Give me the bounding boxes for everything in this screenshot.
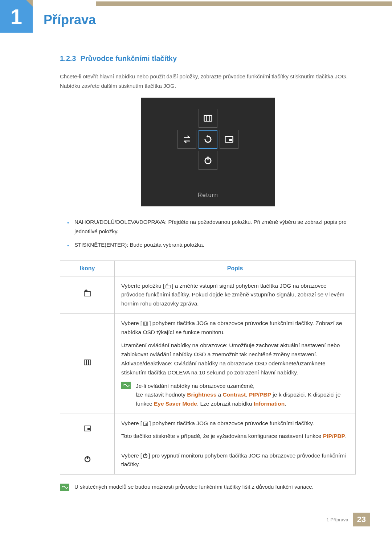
power-icon [60, 446, 115, 475]
row-power-desc: Vybere [] pro vypnutí monitoru pohybem t… [115, 446, 356, 475]
bottom-note-text: U skutečných modelů se budou možnosti pr… [74, 484, 314, 491]
table-row: Vybere [] pohybem tlačítka JOG na obrazo… [60, 414, 356, 446]
table-row: Vybere [] pohybem tlačítka JOG na obrazo… [60, 313, 356, 414]
power-icon [199, 151, 217, 170]
swap-icon [177, 130, 196, 149]
table-row: Vybere [] pro vypnutí monitoru pohybem t… [60, 446, 356, 475]
description-table: Ikony Popis Vyberte položku [] a změňte … [60, 260, 356, 475]
source-icon [60, 276, 115, 313]
pip-icon [220, 130, 238, 149]
note-icon [60, 484, 69, 491]
row-pip-desc: Vybere [] pohybem tlačítka JOG na obrazo… [115, 414, 356, 446]
table-header-icons: Ikony [60, 260, 115, 276]
footer-page-number: 23 [353, 513, 370, 526]
section-title: Průvodce funkčními tlačítky [80, 54, 177, 62]
section-number: 1.2.3 [60, 54, 76, 62]
intro-text: Chcete-li otevřít hlavní nabídku nebo po… [60, 72, 356, 90]
row-source-desc: Vyberte položku [] a změňte vstupní sign… [115, 276, 356, 313]
list-item: STISKNĚTE(ENTER): Bude použita vybraná p… [67, 240, 356, 250]
bottom-note: U skutečných modelů se budou možnosti pr… [60, 484, 356, 491]
menu-icon [199, 109, 217, 128]
header-stripe [96, 1, 392, 6]
section-heading: 1.2.3Průvodce funkčními tlačítky [60, 54, 356, 63]
bullet-list: NAHORU/DOLŮ/DOLEVA/DOPRAVA: Přejděte na … [60, 217, 356, 250]
footer-chapter: 1 Příprava [327, 517, 348, 522]
chapter-number-box: 1 [0, 0, 33, 33]
return-icon [199, 130, 217, 149]
table-header-desc: Popis [115, 260, 356, 276]
page-footer: 1 Příprava 23 [0, 502, 392, 541]
pip-icon [60, 414, 115, 446]
menu-icon [60, 313, 115, 414]
note-icon [121, 382, 131, 389]
row-menu-desc: Vybere [] pohybem tlačítka JOG na obrazo… [115, 313, 356, 414]
return-label: Return [177, 192, 238, 199]
table-row: Vyberte položku [] a změňte vstupní sign… [60, 276, 356, 313]
list-item: NAHORU/DOLŮ/DOLEVA/DOPRAVA: Přejděte na … [67, 217, 356, 236]
jog-guide-diagram: Return [141, 98, 275, 206]
chapter-header: 1 Příprava [0, 0, 392, 33]
chapter-number: 1 [11, 4, 22, 29]
chapter-title: Příprava [44, 12, 96, 28]
